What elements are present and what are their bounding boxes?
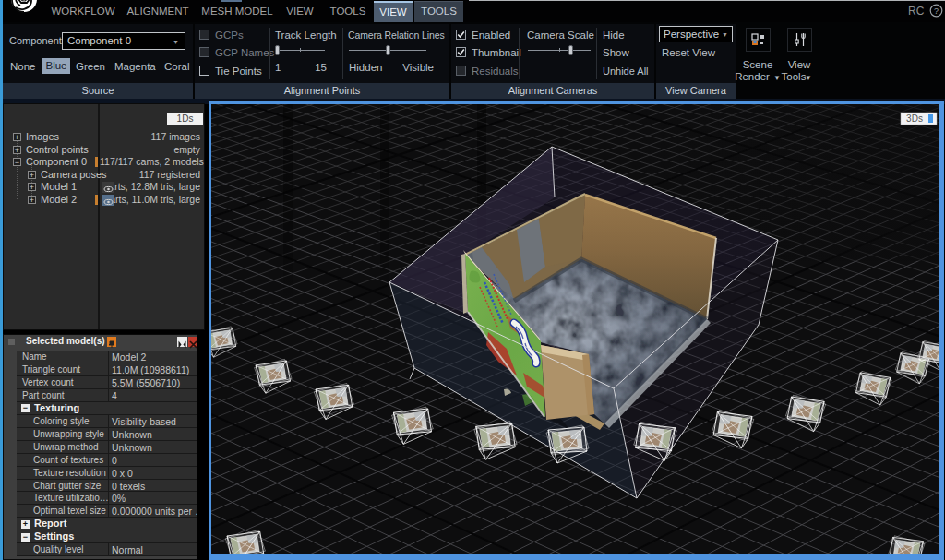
- svg-text:?: ?: [934, 6, 939, 16]
- svg-text:3Ds: 3Ds: [906, 113, 923, 124]
